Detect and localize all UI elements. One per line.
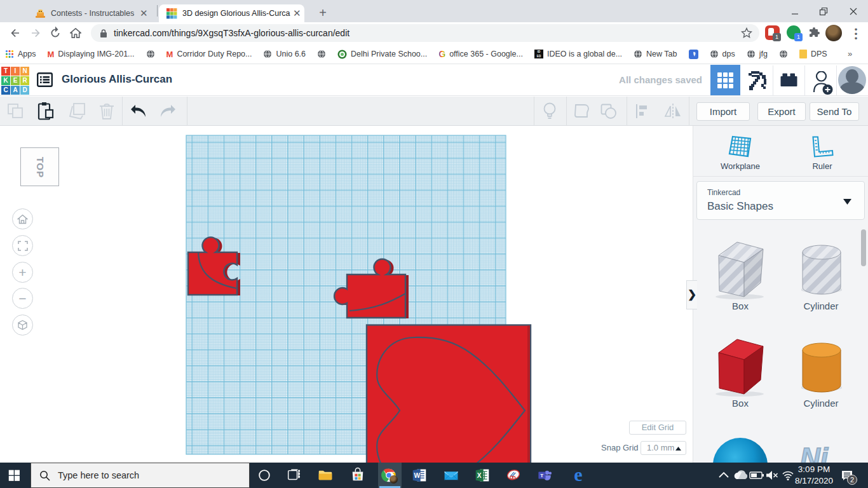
svg-text:X: X <box>477 472 482 479</box>
svg-text:W: W <box>414 472 420 479</box>
svg-text:T: T <box>540 473 543 478</box>
